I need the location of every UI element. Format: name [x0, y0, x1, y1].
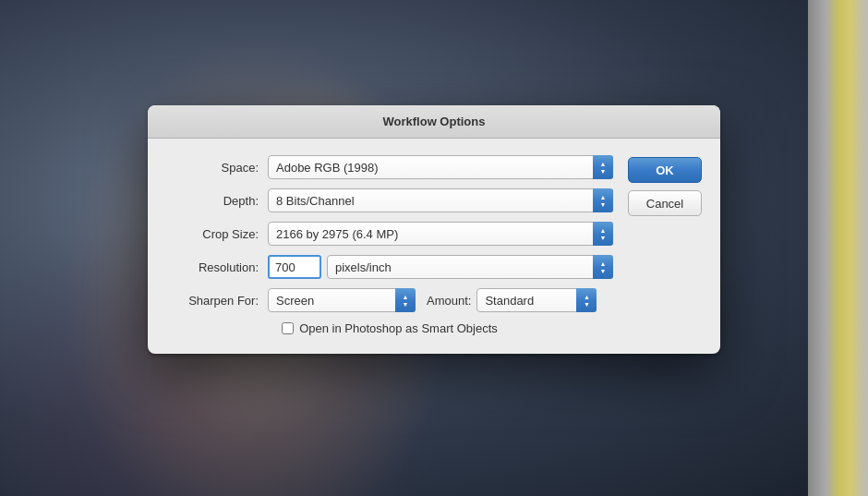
ok-button[interactable]: OK	[628, 157, 702, 183]
crop-size-select[interactable]: 2166 by 2975 (6.4 MP)Custom	[268, 222, 613, 246]
depth-row: Depth: 8 Bits/Channel16 Bits/Channel32 B…	[166, 188, 613, 212]
resolution-label: Resolution:	[166, 260, 259, 274]
dialog-buttons: OK Cancel	[628, 155, 702, 339]
cancel-button[interactable]: Cancel	[628, 190, 702, 216]
smart-objects-checkbox[interactable]	[282, 322, 294, 334]
sharpen-for-label: Sharpen For:	[166, 294, 259, 308]
dialog-title: Workflow Options	[383, 115, 486, 128]
depth-select[interactable]: 8 Bits/Channel16 Bits/Channel32 Bits/Cha…	[268, 188, 613, 212]
resolution-input[interactable]	[268, 255, 321, 279]
dialog-form: Space: Adobe RGB (1998)sRGB IEC61966-2.1…	[166, 155, 613, 339]
depth-control-wrapper: 8 Bits/Channel16 Bits/Channel32 Bits/Cha…	[268, 188, 613, 212]
sharpen-for-row: Sharpen For: ScreenMatte PaperGlossy Pap…	[166, 288, 613, 312]
amount-label: Amount:	[427, 294, 471, 308]
resolution-unit-select[interactable]: pixels/inchpixels/cm	[327, 255, 613, 279]
space-select[interactable]: Adobe RGB (1998)sRGB IEC61966-2.1ProPhot…	[268, 155, 613, 179]
space-label: Space:	[166, 161, 259, 175]
sharpen-for-wrapper: ScreenMatte PaperGlossy Paper	[268, 288, 416, 312]
dialog-backdrop: Workflow Options Space: Adobe RGB (1998)…	[0, 0, 868, 496]
dialog-body: Space: Adobe RGB (1998)sRGB IEC61966-2.1…	[148, 139, 720, 354]
crop-size-label: Crop Size:	[166, 227, 259, 241]
resolution-unit-wrapper: pixels/inchpixels/cm	[327, 255, 613, 279]
workflow-options-dialog: Workflow Options Space: Adobe RGB (1998)…	[148, 105, 720, 354]
resolution-row: Resolution: pixels/inchpixels/cm	[166, 255, 613, 279]
checkbox-row: Open in Photoshop as Smart Objects	[166, 321, 613, 335]
amount-wrapper: StandardLowHigh	[476, 288, 597, 312]
crop-size-row: Crop Size: 2166 by 2975 (6.4 MP)Custom	[166, 222, 613, 246]
dialog-titlebar: Workflow Options	[148, 105, 720, 139]
amount-select[interactable]: StandardLowHigh	[476, 288, 597, 312]
sharpen-for-select[interactable]: ScreenMatte PaperGlossy Paper	[268, 288, 416, 312]
crop-size-control-wrapper: 2166 by 2975 (6.4 MP)Custom	[268, 222, 613, 246]
space-row: Space: Adobe RGB (1998)sRGB IEC61966-2.1…	[166, 155, 613, 179]
space-control-wrapper: Adobe RGB (1998)sRGB IEC61966-2.1ProPhot…	[268, 155, 613, 179]
smart-objects-label[interactable]: Open in Photoshop as Smart Objects	[299, 321, 498, 335]
depth-label: Depth:	[166, 194, 259, 208]
